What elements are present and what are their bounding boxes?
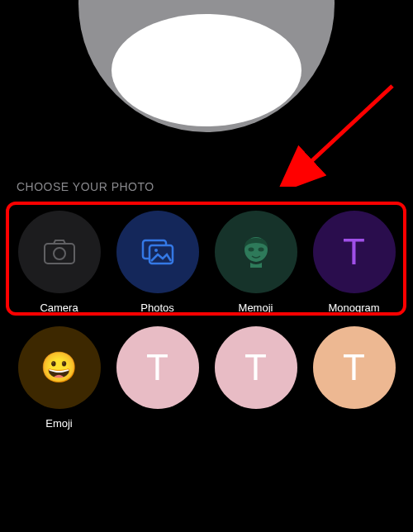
memoji-circle xyxy=(215,211,297,293)
monogram-letter: T xyxy=(343,231,365,273)
camera-circle xyxy=(18,211,101,293)
suggestion-letter-2: T xyxy=(244,347,267,388)
svg-point-7 xyxy=(154,249,158,252)
suggestion-letter-3: T xyxy=(343,347,365,388)
photo-options-row-2: 😀 Emoji T T T xyxy=(0,326,413,430)
monogram-option[interactable]: T Monogram xyxy=(313,211,396,314)
svg-point-10 xyxy=(258,248,263,252)
profile-avatar-placeholder xyxy=(78,0,335,132)
suggestion-circle-3: T xyxy=(313,326,396,409)
emoji-option[interactable]: 😀 Emoji xyxy=(18,326,101,430)
svg-rect-3 xyxy=(45,244,74,264)
svg-point-9 xyxy=(248,248,254,252)
memoji-label: Memoji xyxy=(239,302,273,314)
suggestion-letter-1: T xyxy=(146,347,169,388)
monogram-circle: T xyxy=(313,211,396,293)
suggestion-circle-1: T xyxy=(116,326,199,409)
emoji-circle: 😀 xyxy=(18,326,101,409)
avatar-silhouette-icon xyxy=(112,8,301,132)
photo-options-row-1: Camera Photos Memoji T xyxy=(0,211,413,314)
memoji-icon xyxy=(240,235,272,269)
camera-option[interactable]: Camera xyxy=(18,211,101,314)
section-header: CHOOSE YOUR PHOTO xyxy=(17,180,154,193)
svg-point-4 xyxy=(54,248,65,259)
photos-icon xyxy=(140,238,175,266)
emoji-label: Emoji xyxy=(45,417,73,430)
photos-label: Photos xyxy=(140,302,173,314)
camera-icon xyxy=(43,239,76,265)
suggestion-circle-2: T xyxy=(215,326,297,409)
avatar-circle xyxy=(78,0,335,132)
svg-point-0 xyxy=(112,14,301,126)
memoji-option[interactable]: Memoji xyxy=(215,211,297,314)
suggestion-option-1[interactable]: T xyxy=(116,326,199,430)
monogram-label: Monogram xyxy=(328,302,379,314)
photos-circle xyxy=(116,211,199,293)
suggestion-option-2[interactable]: T xyxy=(215,326,297,430)
suggestion-option-3[interactable]: T xyxy=(313,326,396,430)
photos-option[interactable]: Photos xyxy=(116,211,199,314)
emoji-icon: 😀 xyxy=(40,350,78,385)
svg-rect-6 xyxy=(150,245,173,264)
camera-label: Camera xyxy=(40,302,78,314)
